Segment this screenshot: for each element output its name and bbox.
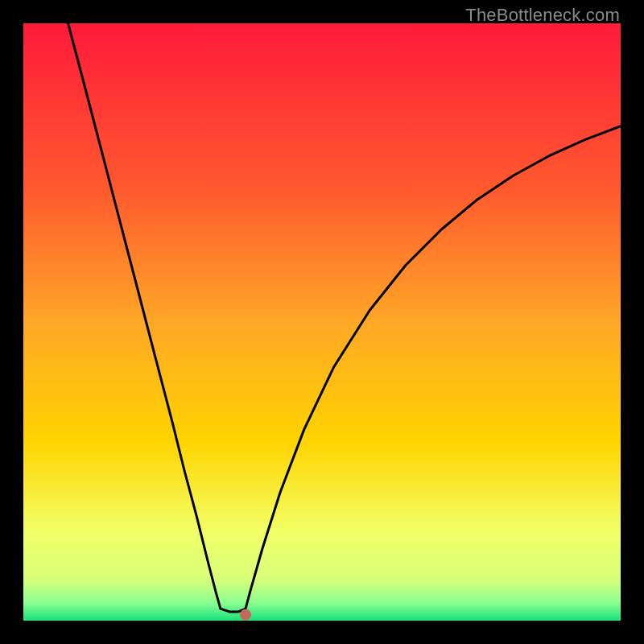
chart-stage: TheBottleneck.com [0,0,644,644]
plot-area [23,23,621,621]
heatmap-background [23,23,621,621]
plot-svg [23,23,621,621]
marker-dot [240,609,251,621]
watermark-text: TheBottleneck.com [465,5,620,26]
